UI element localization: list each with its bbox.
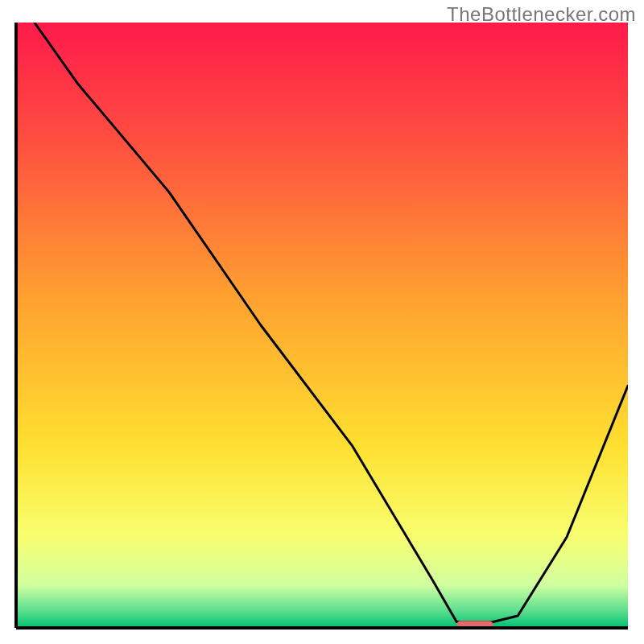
chart-svg (0, 0, 644, 644)
bottleneck-chart: TheBottlenecker.com (0, 0, 644, 644)
watermark-text: TheBottlenecker.com (447, 3, 636, 26)
gradient-background (16, 23, 628, 628)
